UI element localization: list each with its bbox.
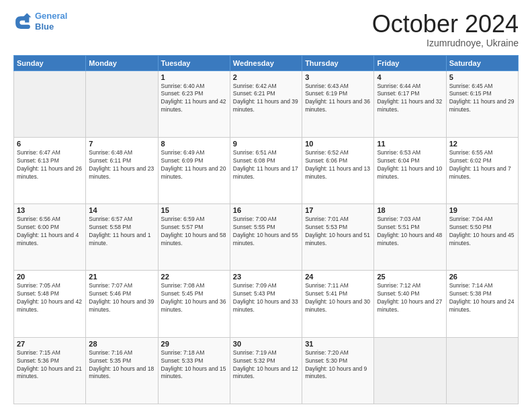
- day-info: Sunrise: 6:57 AM Sunset: 5:58 PM Dayligh…: [89, 216, 154, 248]
- day-info: Sunrise: 6:55 AM Sunset: 6:02 PM Dayligh…: [449, 149, 515, 181]
- location: Izumrudnoye, Ukraine: [372, 38, 519, 48]
- day-info: Sunrise: 6:43 AM Sunset: 6:19 PM Dayligh…: [305, 83, 371, 115]
- day-number: 13: [17, 206, 83, 214]
- day-number: 4: [377, 73, 443, 81]
- calendar-header-row: SundayMondayTuesdayWednesdayThursdayFrid…: [14, 55, 519, 71]
- calendar-cell: 20Sunrise: 7:05 AM Sunset: 5:48 PM Dayli…: [14, 271, 86, 337]
- calendar-week-row: 20Sunrise: 7:05 AM Sunset: 5:48 PM Dayli…: [14, 271, 519, 337]
- day-info: Sunrise: 6:47 AM Sunset: 6:13 PM Dayligh…: [17, 149, 83, 181]
- calendar-cell: 29Sunrise: 7:18 AM Sunset: 5:33 PM Dayli…: [158, 337, 230, 404]
- day-number: 30: [233, 340, 299, 348]
- calendar-cell: 10Sunrise: 6:52 AM Sunset: 6:06 PM Dayli…: [302, 137, 374, 203]
- day-number: 27: [17, 340, 83, 348]
- day-info: Sunrise: 7:04 AM Sunset: 5:50 PM Dayligh…: [449, 216, 515, 248]
- day-number: 26: [449, 273, 515, 281]
- calendar-cell: 3Sunrise: 6:43 AM Sunset: 6:19 PM Daylig…: [302, 71, 374, 137]
- day-number: 3: [305, 73, 371, 81]
- day-number: 14: [89, 206, 154, 214]
- calendar-cell: 11Sunrise: 6:53 AM Sunset: 6:04 PM Dayli…: [374, 137, 446, 203]
- day-number: 19: [449, 206, 515, 214]
- day-info: Sunrise: 6:45 AM Sunset: 6:15 PM Dayligh…: [449, 83, 515, 115]
- calendar-table: SundayMondayTuesdayWednesdayThursdayFrid…: [13, 55, 519, 404]
- calendar-cell: 8Sunrise: 6:49 AM Sunset: 6:09 PM Daylig…: [158, 137, 230, 203]
- calendar-cell: 2Sunrise: 6:42 AM Sunset: 6:21 PM Daylig…: [230, 71, 302, 137]
- calendar-cell: 31Sunrise: 7:20 AM Sunset: 5:30 PM Dayli…: [302, 337, 374, 404]
- day-number: 25: [377, 273, 443, 281]
- day-number: 23: [233, 273, 299, 281]
- calendar-cell: 5Sunrise: 6:45 AM Sunset: 6:15 PM Daylig…: [446, 71, 518, 137]
- day-number: 8: [161, 140, 227, 148]
- day-info: Sunrise: 7:01 AM Sunset: 5:53 PM Dayligh…: [305, 216, 371, 248]
- calendar-cell: 7Sunrise: 6:48 AM Sunset: 6:11 PM Daylig…: [86, 137, 158, 203]
- day-info: Sunrise: 6:52 AM Sunset: 6:06 PM Dayligh…: [305, 149, 371, 181]
- day-number: 24: [305, 273, 371, 281]
- calendar-cell: 21Sunrise: 7:07 AM Sunset: 5:46 PM Dayli…: [86, 271, 158, 337]
- day-number: 10: [305, 140, 371, 148]
- calendar-cell: 4Sunrise: 6:44 AM Sunset: 6:17 PM Daylig…: [374, 71, 446, 137]
- day-info: Sunrise: 6:49 AM Sunset: 6:09 PM Dayligh…: [161, 149, 227, 181]
- calendar-cell: 1Sunrise: 6:40 AM Sunset: 6:23 PM Daylig…: [158, 71, 230, 137]
- col-header-saturday: Saturday: [446, 55, 518, 71]
- day-info: Sunrise: 7:08 AM Sunset: 5:45 PM Dayligh…: [161, 282, 227, 314]
- month-title: October 2024: [372, 11, 519, 38]
- logo-text: General Blue: [35, 11, 67, 32]
- day-info: Sunrise: 7:16 AM Sunset: 5:35 PM Dayligh…: [89, 349, 154, 381]
- calendar-week-row: 13Sunrise: 6:56 AM Sunset: 6:00 PM Dayli…: [14, 204, 519, 271]
- col-header-sunday: Sunday: [14, 55, 86, 71]
- day-info: Sunrise: 7:00 AM Sunset: 5:55 PM Dayligh…: [233, 216, 299, 248]
- calendar-cell: 27Sunrise: 7:15 AM Sunset: 5:36 PM Dayli…: [14, 337, 86, 404]
- day-number: 20: [17, 273, 83, 281]
- calendar-week-row: 1Sunrise: 6:40 AM Sunset: 6:23 PM Daylig…: [14, 71, 519, 137]
- day-number: 9: [233, 140, 299, 148]
- calendar-week-row: 27Sunrise: 7:15 AM Sunset: 5:36 PM Dayli…: [14, 337, 519, 404]
- day-info: Sunrise: 6:44 AM Sunset: 6:17 PM Dayligh…: [377, 83, 443, 115]
- calendar-cell: 30Sunrise: 7:19 AM Sunset: 5:32 PM Dayli…: [230, 337, 302, 404]
- day-number: 17: [305, 206, 371, 214]
- day-number: 28: [89, 340, 154, 348]
- day-number: 5: [449, 73, 515, 81]
- day-info: Sunrise: 7:20 AM Sunset: 5:30 PM Dayligh…: [305, 349, 371, 381]
- calendar-cell: 14Sunrise: 6:57 AM Sunset: 5:58 PM Dayli…: [86, 204, 158, 271]
- day-number: 18: [377, 206, 443, 214]
- day-info: Sunrise: 6:40 AM Sunset: 6:23 PM Dayligh…: [161, 83, 227, 115]
- day-info: Sunrise: 6:53 AM Sunset: 6:04 PM Dayligh…: [377, 149, 443, 181]
- calendar-week-row: 6Sunrise: 6:47 AM Sunset: 6:13 PM Daylig…: [14, 137, 519, 203]
- day-number: 12: [449, 140, 515, 148]
- calendar-cell: 28Sunrise: 7:16 AM Sunset: 5:35 PM Dayli…: [86, 337, 158, 404]
- day-number: 6: [17, 140, 83, 148]
- day-number: 31: [305, 340, 371, 348]
- col-header-tuesday: Tuesday: [158, 55, 230, 71]
- col-header-thursday: Thursday: [302, 55, 374, 71]
- calendar-cell: 13Sunrise: 6:56 AM Sunset: 6:00 PM Dayli…: [14, 204, 86, 271]
- calendar-cell: 17Sunrise: 7:01 AM Sunset: 5:53 PM Dayli…: [302, 204, 374, 271]
- day-info: Sunrise: 7:19 AM Sunset: 5:32 PM Dayligh…: [233, 349, 299, 381]
- calendar-cell: [14, 71, 86, 137]
- day-number: 22: [161, 273, 227, 281]
- day-info: Sunrise: 7:09 AM Sunset: 5:43 PM Dayligh…: [233, 282, 299, 314]
- day-info: Sunrise: 6:59 AM Sunset: 5:57 PM Dayligh…: [161, 216, 227, 248]
- calendar-cell: 22Sunrise: 7:08 AM Sunset: 5:45 PM Dayli…: [158, 271, 230, 337]
- day-number: 15: [161, 206, 227, 214]
- col-header-wednesday: Wednesday: [230, 55, 302, 71]
- page: General Blue October 2024 Izumrudnoye, U…: [0, 0, 532, 411]
- calendar-cell: 26Sunrise: 7:14 AM Sunset: 5:38 PM Dayli…: [446, 271, 518, 337]
- col-header-monday: Monday: [86, 55, 158, 71]
- day-info: Sunrise: 7:15 AM Sunset: 5:36 PM Dayligh…: [17, 349, 83, 381]
- day-info: Sunrise: 6:56 AM Sunset: 6:00 PM Dayligh…: [17, 216, 83, 248]
- day-number: 16: [233, 206, 299, 214]
- calendar-cell: 12Sunrise: 6:55 AM Sunset: 6:02 PM Dayli…: [446, 137, 518, 203]
- day-number: 7: [89, 140, 154, 148]
- calendar-cell: 25Sunrise: 7:12 AM Sunset: 5:40 PM Dayli…: [374, 271, 446, 337]
- title-block: October 2024 Izumrudnoye, Ukraine: [372, 11, 519, 48]
- calendar-cell: 16Sunrise: 7:00 AM Sunset: 5:55 PM Dayli…: [230, 204, 302, 271]
- day-number: 11: [377, 140, 443, 148]
- logo-icon: [13, 12, 32, 31]
- calendar-cell: 9Sunrise: 6:51 AM Sunset: 6:08 PM Daylig…: [230, 137, 302, 203]
- day-info: Sunrise: 7:05 AM Sunset: 5:48 PM Dayligh…: [17, 282, 83, 314]
- day-info: Sunrise: 6:48 AM Sunset: 6:11 PM Dayligh…: [89, 149, 154, 181]
- logo: General Blue: [13, 11, 67, 32]
- calendar-cell: 18Sunrise: 7:03 AM Sunset: 5:51 PM Dayli…: [374, 204, 446, 271]
- day-info: Sunrise: 6:42 AM Sunset: 6:21 PM Dayligh…: [233, 83, 299, 115]
- day-number: 29: [161, 340, 227, 348]
- calendar-cell: 19Sunrise: 7:04 AM Sunset: 5:50 PM Dayli…: [446, 204, 518, 271]
